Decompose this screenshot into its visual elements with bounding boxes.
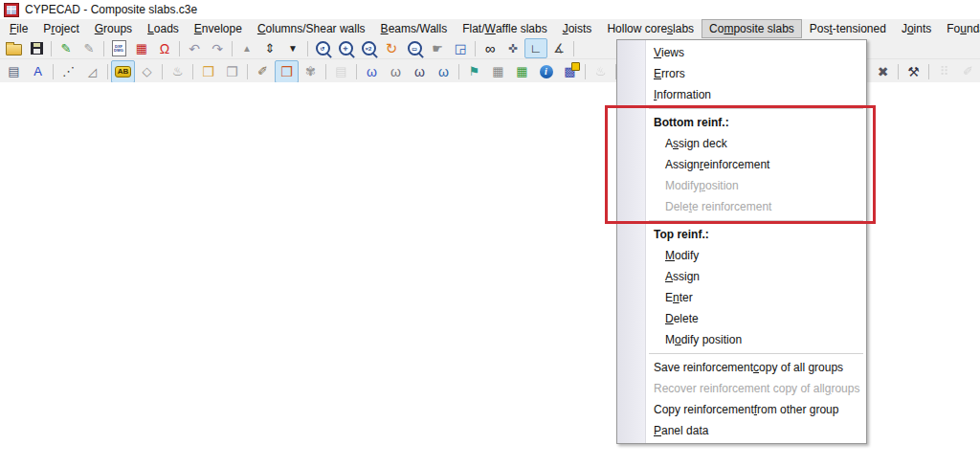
menubar-item-groups[interactable]: Groups [87,19,140,38]
menu-separator [617,217,866,224]
menubar-item-hollow-core-slabs[interactable]: Hollow core slabs [599,19,702,38]
dxf-dwg-templates-icon[interactable]: DXF DWG [107,38,130,58]
zoom-window-icon-glyph: ▭ [408,41,422,56]
box-3d-view-icon-glyph: ❒ [202,65,214,78]
menu-item-modify-position-top[interactable]: Modify position [617,329,866,350]
menubar-item-file[interactable]: File [2,19,35,38]
information-icon[interactable]: i [534,60,558,83]
coordinates-icon-glyph: ✜ [508,43,518,55]
deck-profile-4-icon[interactable]: ω [432,60,456,83]
dxf-layers-icon[interactable]: ▦ [130,38,153,58]
app-logo-icon [4,3,19,17]
group-down-icon[interactable]: ▼ [281,38,304,58]
orthogonal-mode-icon[interactable]: ∟ [524,38,547,58]
deck-profile-2-icon[interactable]: ω [384,60,408,83]
menubar-item-columns-shear-walls[interactable]: Columns/Shear walls [250,19,373,38]
redo-icon[interactable]: ↷ [206,38,229,58]
menubar-item-foundations[interactable]: Foundations [939,19,980,38]
box-3d-wire-icon[interactable]: ❐ [220,60,244,83]
save-file-icon[interactable] [25,38,48,58]
menu-item-modify-position-bottom: Modify position [617,175,866,196]
group-up-icon-glyph: ▲ [242,44,252,54]
deck-profile-1-icon[interactable]: ω [360,60,384,83]
zoom-window-icon[interactable]: ▭ [403,38,426,58]
undo-icon[interactable]: ↶ [183,38,206,58]
menu-item-panel-data[interactable]: Panel data [617,420,866,441]
menubar-item-flat-waffle-slabs[interactable]: Flat/Waffle slabs [455,19,554,38]
redraw-icon[interactable]: ↻ [380,38,403,58]
menu-item-information[interactable]: Information [617,84,866,105]
box-3d-view-icon[interactable]: ❒ [196,60,220,83]
menu-item-assign[interactable]: Assign [617,266,866,287]
zoom-previous-icon[interactable]: ↺ [311,38,334,58]
block-reinforcement-icon[interactable]: ▩ [558,60,582,83]
stamp-reinforcement-icon[interactable]: ⚒ [902,60,925,83]
delete-resources-icon[interactable]: ✎ [78,38,100,58]
frame-plain-icon-glyph: ▦ [492,65,503,78]
toolbar-separator [232,41,233,56]
menu-item-delete[interactable]: Delete [617,308,866,329]
delete-all-panels-icon[interactable]: ✖ [871,60,895,83]
open-file-icon[interactable] [2,38,25,58]
tags-icon-glyph: ◇ [143,65,152,78]
angle-measure-icon[interactable]: ∡ [547,38,570,58]
menubar-item-project[interactable]: Project [35,19,86,38]
render-options-icon-glyph: ✾ [305,65,316,78]
menu-item-save-reinforcement-copy[interactable]: Save reinforcement copy of all groups [617,357,866,378]
menu-item-copy-reinforcement-from-group[interactable]: Copy reinforcement from other group [617,399,866,420]
menubar-item-joists[interactable]: Joists [555,19,600,38]
object-snap-magnet-icon[interactable]: Ω [153,38,176,58]
menubar-item-beams-walls[interactable]: Beams/Walls [373,19,456,38]
views-glasses-icon[interactable]: AB [111,60,135,83]
texture-box-icon[interactable]: ❒ [275,60,299,83]
group-report-icon[interactable]: ▤ [2,60,26,83]
menu-item-assign-reinforcement[interactable]: Assign reinforcement [617,154,866,175]
menu-item-delete-reinforcement: Delete reinforcement [617,196,866,217]
toolbar-separator [107,64,108,79]
coordinates-icon[interactable]: ✜ [501,38,524,58]
menubar-item-envelope[interactable]: Envelope [187,19,250,38]
menu-header-bottom-reinf: Bottom reinf.: [617,112,866,133]
menu-item-errors[interactable]: Errors [617,63,866,84]
render-options-icon[interactable]: ✾ [299,60,323,83]
frame-plain-icon[interactable]: ▦ [486,60,510,83]
search-binoculars-icon[interactable]: ∞ [479,38,501,58]
menu-item-assign-deck[interactable]: Assign deck [617,133,866,154]
full-screen-icon[interactable]: ◲ [449,38,472,58]
stairs-icon[interactable]: ⋰ [56,60,80,83]
frame-reinforced-icon-glyph: ▦ [516,65,527,78]
group-select-icon-glyph: ⇕ [265,42,276,55]
flag-icon[interactable]: ⚑ [462,60,486,83]
toolbar-separator [458,64,459,79]
zoom-all-icon[interactable]: ✛ [334,38,357,58]
pan-icon[interactable]: ☛ [426,38,449,58]
menubar-item-loads[interactable]: Loads [140,19,187,38]
edit-resources-icon[interactable]: ✎ [55,38,78,58]
frame-reinforced-icon[interactable]: ▦ [510,60,534,83]
menu-separator [617,105,866,112]
ramps-icon[interactable]: ◿ [80,60,104,83]
fire-resistance-icon[interactable]: ♨ [166,60,189,83]
information-icon-glyph: i [540,65,553,78]
group-report-icon-glyph: ▤ [8,65,19,78]
menubar-item-composite-slabs[interactable]: Composite slabs [702,19,802,38]
paint-surface-icon[interactable]: ✐ [251,60,275,83]
tags-icon[interactable]: ◇ [135,60,159,83]
menu-item-modify[interactable]: Modify [617,245,866,266]
toolbar-separator [356,64,357,79]
paint-surface-icon-glyph: ✐ [257,65,268,78]
menu-bar: FileProjectGroupsLoadsEnvelopeColumns/Sh… [0,19,980,38]
menubar-item-joints[interactable]: Joints [894,19,939,38]
group-select-icon[interactable]: ⇕ [258,38,281,58]
group-drawings-icon[interactable]: A [26,60,50,83]
group-up-icon[interactable]: ▲ [235,38,258,58]
menu-item-enter[interactable]: Enter [617,287,866,308]
composite-slabs-menu: ViewsErrorsInformationBottom reinf.:Assi… [616,39,867,444]
angle-measure-icon-glyph: ∡ [553,42,565,55]
menubar-item-post-tensioned[interactable]: Post-tensioned [802,19,894,38]
menu-item-views[interactable]: Views [617,42,866,63]
stairs-icon-glyph: ⋰ [62,65,75,78]
deck-profile-3-icon[interactable]: ω [408,60,432,83]
zoom-all-icon-glyph: ✛ [339,41,353,56]
zoom-x2-icon[interactable]: ×2 [357,38,380,58]
